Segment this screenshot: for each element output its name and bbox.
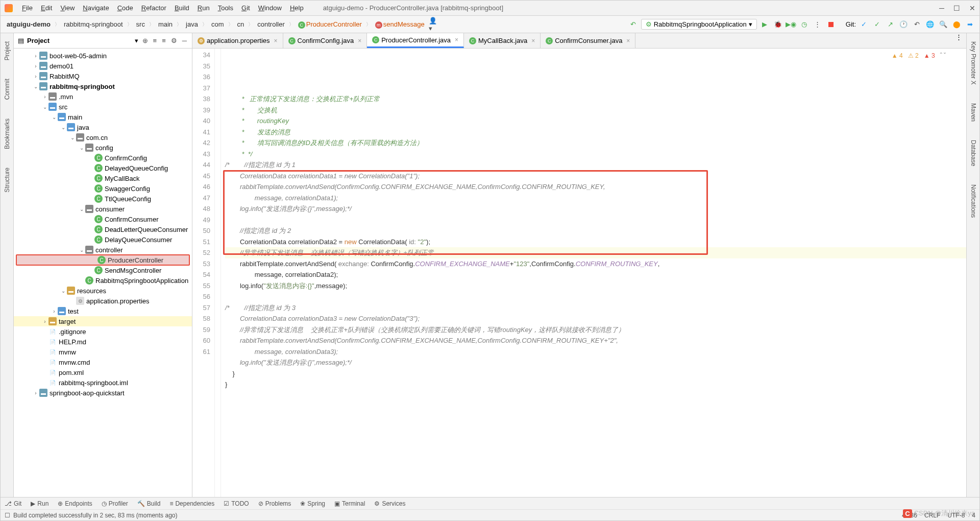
- gear-icon[interactable]: ⚙: [170, 36, 178, 45]
- git-rollback-icon[interactable]: ↶: [911, 19, 922, 30]
- breadcrumb-item[interactable]: main: [156, 19, 175, 29]
- code-line[interactable]: message, correlationData3);: [225, 346, 966, 358]
- code-line[interactable]: CorrelationData correlationData1 = new C…: [225, 171, 966, 182]
- editor-tab[interactable]: CMyCallBack.java×: [464, 33, 541, 48]
- tree-item[interactable]: CDelayedQueueConfig: [14, 163, 192, 173]
- tree-item[interactable]: CSwaggerConfig: [14, 183, 192, 194]
- code-line[interactable]: //指定消息 id 为 2: [225, 225, 966, 236]
- tree-item[interactable]: ⚙application.properties: [14, 296, 192, 306]
- coverage-icon[interactable]: ▶◉: [786, 19, 797, 30]
- breadcrumb-item[interactable]: atguigu-demo: [5, 19, 53, 29]
- tree-item[interactable]: 📄mvnw.cmd: [14, 357, 192, 367]
- run-config-selector[interactable]: ⚙ RabbitmqSpringbootApplication ▾: [641, 19, 757, 30]
- tabs-more-icon[interactable]: ⋮: [951, 33, 966, 48]
- tree-item[interactable]: ›▬springboot-aop-quickstart: [14, 388, 192, 398]
- settings-icon[interactable]: ➡: [964, 19, 975, 30]
- tree-item[interactable]: ⌄▬resources: [14, 286, 192, 296]
- menu-view[interactable]: View: [56, 4, 79, 12]
- code-line[interactable]: * */: [225, 149, 966, 160]
- tree-item[interactable]: CConfirmConsumer: [14, 214, 192, 224]
- menu-navigate[interactable]: Navigate: [79, 4, 113, 12]
- breadcrumb-item[interactable]: rabbitmq-springboot: [62, 19, 125, 29]
- tree-item[interactable]: ⌄▬main: [14, 112, 192, 122]
- close-tab-icon[interactable]: ×: [531, 37, 535, 44]
- stop-icon[interactable]: [825, 19, 837, 30]
- tree-item[interactable]: CSendMsgController: [14, 265, 192, 275]
- close-icon[interactable]: ✕: [969, 4, 975, 12]
- menu-help[interactable]: Help: [286, 4, 308, 12]
- code-line[interactable]: /* //指定消息 id 为 1: [225, 159, 966, 171]
- tree-item[interactable]: ›▬RabbitMQ: [14, 71, 192, 81]
- code-line[interactable]: * 正常情况下发送消息：交换机正常+队列正常: [225, 93, 966, 105]
- code-line[interactable]: CorrelationData correlationData3 = new C…: [225, 313, 966, 324]
- bottom-tab-spring[interactable]: ❀Spring: [300, 500, 325, 507]
- menu-edit[interactable]: Edit: [37, 4, 56, 12]
- debug-icon[interactable]: 🐞: [772, 19, 783, 30]
- bottom-tab-terminal[interactable]: ▣Terminal: [334, 500, 365, 507]
- tool-commit[interactable]: Commit: [3, 75, 12, 104]
- tree-item[interactable]: CMyCallBack: [14, 173, 192, 183]
- breadcrumb-item[interactable]: controller: [255, 19, 286, 29]
- fold-gutter[interactable]: [215, 49, 221, 497]
- tree-item[interactable]: ›▬target: [14, 316, 192, 326]
- breadcrumb[interactable]: atguigu-demo〉rabbitmq-springboot〉src〉mai…: [5, 19, 427, 30]
- menu-build[interactable]: Build: [170, 4, 193, 12]
- code-line[interactable]: [225, 390, 966, 401]
- editor-tab[interactable]: CConfirmConfig.java×: [283, 33, 368, 48]
- tree-item[interactable]: ›▬.mvn: [14, 91, 192, 102]
- menu-window[interactable]: Window: [254, 4, 286, 12]
- code-line[interactable]: CorrelationData correlationData2 = new C…: [225, 236, 966, 248]
- code-line[interactable]: message, correlationData1);: [225, 193, 966, 204]
- code-editor[interactable]: ▲ 4 ⚠ 2 ▲ 3 ˆ ˇ * 正常情况下发送消息：交换机正常+队列正常 *…: [221, 49, 966, 497]
- code-line[interactable]: }: [225, 368, 966, 380]
- expand-all-icon[interactable]: ≡: [152, 36, 158, 45]
- code-line[interactable]: log.info("发送消息内容:{}",message);*/: [225, 357, 966, 368]
- maximize-icon[interactable]: ☐: [953, 4, 960, 12]
- users-icon[interactable]: 👤▾: [429, 19, 440, 30]
- bottom-tab-services[interactable]: ⚙Services: [374, 500, 405, 507]
- code-line[interactable]: rabbitTemplate.convertAndSend(ConfirmCon…: [225, 181, 966, 193]
- git-commit-icon[interactable]: ✓: [871, 19, 883, 30]
- code-line[interactable]: [225, 291, 966, 302]
- tree-item[interactable]: CDelayQueueConsumer: [14, 234, 192, 245]
- tree-item[interactable]: ⌄▬consumer: [14, 204, 192, 214]
- ide-scripting-icon[interactable]: ⬤: [951, 19, 962, 30]
- tree-item[interactable]: ⌄▬controller: [14, 245, 192, 255]
- tree-item[interactable]: ⌄▬com.cn: [14, 132, 192, 143]
- tree-item[interactable]: CDeadLetterQueueConsumer: [14, 224, 192, 234]
- bottom-tab-problems[interactable]: ⊘Problems: [258, 500, 291, 507]
- tree-item[interactable]: 📄.gitignore: [14, 326, 192, 337]
- tree-item[interactable]: 📄mvnw: [14, 347, 192, 357]
- code-line[interactable]: [225, 215, 966, 226]
- code-line[interactable]: rabbitTemplate.convertAndSend( exchange:…: [225, 258, 966, 270]
- menu-file[interactable]: File: [18, 4, 37, 12]
- editor-tab[interactable]: ⚙application.properties×: [192, 33, 283, 48]
- code-line[interactable]: //异常情况下发送消息 交换机错误（写错交换机名字）+队列正常: [225, 247, 966, 258]
- code-line[interactable]: * routingKey: [225, 115, 966, 127]
- translate-icon[interactable]: 🌐: [924, 19, 936, 30]
- close-tab-icon[interactable]: ×: [358, 37, 361, 44]
- tree-item[interactable]: ⌄▬rabbitmq-springboot: [14, 81, 192, 91]
- tree-item[interactable]: ⌄▬config: [14, 143, 192, 153]
- bottom-tab-run[interactable]: ▶Run: [31, 500, 48, 507]
- code-line[interactable]: //异常情况下发送消息 交换机正常+队列错误（交换机绑定队列需要正确的关键词，写…: [225, 324, 966, 336]
- code-line[interactable]: /* //指定消息 id 为 3: [225, 302, 966, 314]
- run-icon[interactable]: ▶: [759, 19, 770, 30]
- code-line[interactable]: * 发送的消息: [225, 127, 966, 138]
- bottom-tab-git[interactable]: ⎇Git: [5, 500, 21, 507]
- tool-notifications[interactable]: Notifications: [969, 180, 978, 222]
- tree-item[interactable]: 📄pom.xml: [14, 367, 192, 377]
- tool-maven[interactable]: Maven: [969, 99, 978, 126]
- breadcrumb-item[interactable]: src: [134, 19, 147, 29]
- code-line[interactable]: * 交换机: [225, 105, 966, 116]
- menu-tools[interactable]: Tools: [214, 4, 237, 12]
- menu-code[interactable]: Code: [113, 4, 137, 12]
- bottom-tab-profiler[interactable]: ◷Profiler: [102, 500, 128, 507]
- close-tab-icon[interactable]: ×: [455, 36, 458, 43]
- hide-icon[interactable]: ─: [181, 36, 188, 45]
- tree-item[interactable]: ›▬test: [14, 306, 192, 316]
- tree-item[interactable]: ›▬demo01: [14, 61, 192, 71]
- tool-database[interactable]: Database: [969, 136, 978, 170]
- tree-item[interactable]: ⌄▬src: [14, 102, 192, 112]
- breadcrumb-item[interactable]: cn: [235, 19, 247, 29]
